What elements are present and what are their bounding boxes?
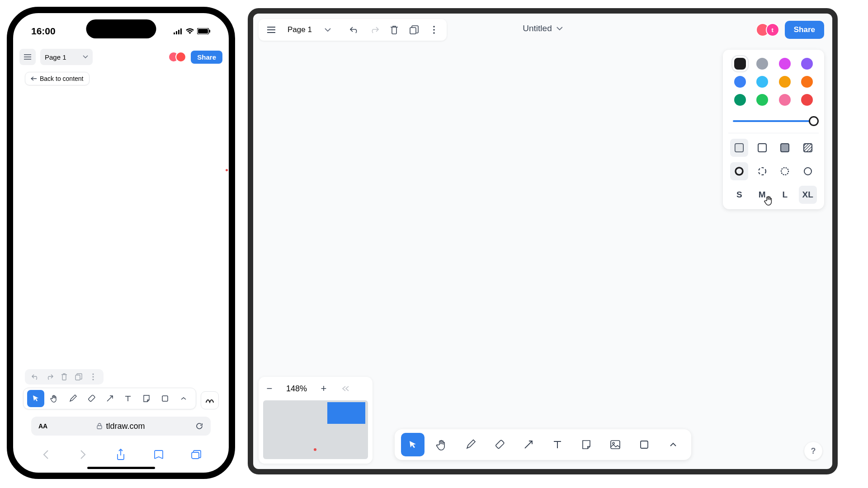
nav-share-button[interactable]	[114, 448, 127, 461]
page-selector[interactable]: Page 1	[40, 49, 93, 65]
duplicate-button[interactable]	[406, 22, 422, 38]
hover-cursor-icon	[764, 195, 774, 206]
color-orange[interactable]	[801, 76, 813, 88]
shape-tool[interactable]	[156, 390, 174, 407]
dash-draw[interactable]	[730, 162, 748, 180]
duplicate-button[interactable]	[75, 373, 83, 381]
presence-avatars[interactable]: t	[756, 23, 779, 37]
color-red[interactable]	[801, 94, 813, 106]
more-menu-button[interactable]	[426, 22, 442, 38]
svg-rect-13	[97, 426, 102, 429]
phone-mockup: 16:00 Page 1 Share	[7, 7, 235, 479]
dash-dotted[interactable]	[776, 162, 794, 180]
phone-tool-toolbar	[23, 388, 196, 409]
size-xl[interactable]: XL	[799, 186, 817, 204]
undo-button[interactable]	[31, 373, 39, 381]
zoom-in-button[interactable]: +	[313, 378, 335, 399]
minimap-collapse-button[interactable]	[335, 378, 356, 399]
text-size-button[interactable]: AA	[38, 422, 47, 430]
share-button[interactable]: Share	[191, 51, 222, 64]
color-palette	[728, 55, 819, 112]
note-tool[interactable]	[575, 433, 598, 456]
text-tool[interactable]	[546, 433, 569, 456]
more-tools-button[interactable]	[175, 390, 192, 407]
draw-tool[interactable]	[459, 433, 482, 456]
color-purple[interactable]	[801, 58, 813, 70]
opacity-slider[interactable]	[733, 120, 814, 122]
draw-tool[interactable]	[64, 390, 81, 407]
select-tool[interactable]	[27, 390, 44, 407]
phone-status-bar: 16:00	[13, 22, 229, 40]
battery-icon	[197, 28, 211, 34]
safari-address-bar[interactable]: AA tldraw.com	[31, 417, 211, 436]
top-right-controls: t Share	[756, 21, 824, 39]
size-s[interactable]: S	[730, 186, 748, 204]
color-teal[interactable]	[734, 94, 746, 106]
svg-point-8	[92, 373, 94, 375]
shape-tool[interactable]	[632, 433, 656, 456]
color-yellow[interactable]	[779, 76, 791, 88]
svg-rect-14	[192, 452, 199, 459]
nav-tabs-button[interactable]	[190, 448, 203, 461]
select-tool[interactable]	[401, 433, 425, 456]
hamburger-menu-button[interactable]	[263, 22, 279, 38]
asset-tool[interactable]	[604, 433, 627, 456]
color-green[interactable]	[756, 94, 768, 106]
back-to-content-button[interactable]: Back to content	[25, 72, 90, 85]
arrow-tool[interactable]	[101, 390, 118, 407]
share-button[interactable]: Share	[785, 21, 824, 39]
page-selector[interactable]: Page 1	[283, 22, 335, 38]
eraser-tool[interactable]	[488, 433, 511, 456]
svg-rect-1	[176, 31, 177, 34]
nav-forward-button[interactable]	[77, 448, 90, 461]
more-tools-button[interactable]	[661, 433, 685, 456]
delete-button[interactable]	[60, 373, 68, 381]
zoom-value[interactable]: 148%	[280, 384, 313, 394]
color-violet[interactable]	[779, 58, 791, 70]
nav-bookmarks-button[interactable]	[152, 448, 165, 461]
slider-handle[interactable]	[809, 116, 819, 126]
delete-button[interactable]	[386, 22, 402, 38]
redo-button[interactable]	[46, 373, 54, 381]
size-row: S M L XL	[728, 180, 819, 204]
phone-status-time: 16:00	[31, 26, 56, 37]
svg-rect-15	[410, 28, 416, 34]
minimap[interactable]	[263, 400, 368, 459]
fill-pattern[interactable]	[799, 139, 817, 157]
color-blue[interactable]	[734, 76, 746, 88]
ai-button[interactable]	[201, 391, 219, 409]
fill-none[interactable]	[730, 139, 748, 157]
note-tool[interactable]	[138, 390, 155, 407]
back-to-content-label: Back to content	[40, 75, 84, 82]
redo-button[interactable]	[366, 22, 382, 38]
page-label: Page 1	[288, 25, 312, 34]
text-tool[interactable]	[119, 390, 137, 407]
color-pink[interactable]	[779, 94, 791, 106]
arrow-tool[interactable]	[517, 433, 540, 456]
size-l[interactable]: L	[776, 186, 794, 204]
chevron-down-icon	[325, 28, 331, 32]
zoom-row: − 148% +	[259, 377, 373, 400]
fill-semi[interactable]	[753, 139, 771, 157]
more-menu-button[interactable]	[89, 373, 97, 381]
hand-tool[interactable]	[430, 433, 453, 456]
phone-presence-avatars[interactable]	[168, 52, 186, 62]
tool-toolbar	[395, 429, 691, 460]
hamburger-menu-button[interactable]	[19, 49, 36, 65]
dash-solid[interactable]	[799, 162, 817, 180]
zoom-out-button[interactable]: −	[259, 378, 280, 399]
color-grey[interactable]	[756, 58, 768, 70]
fill-solid[interactable]	[776, 139, 794, 157]
color-black[interactable]	[734, 58, 746, 70]
hand-tool[interactable]	[46, 390, 63, 407]
eraser-tool[interactable]	[83, 390, 100, 407]
help-button[interactable]: ?	[804, 442, 822, 460]
document-title[interactable]: Untitled	[523, 23, 562, 33]
arrow-left-icon	[31, 76, 37, 81]
svg-point-24	[736, 168, 743, 175]
nav-back-button[interactable]	[39, 448, 52, 461]
dash-dashed[interactable]	[753, 162, 771, 180]
reload-button[interactable]	[195, 422, 203, 430]
color-lightblue[interactable]	[756, 76, 768, 88]
undo-button[interactable]	[346, 22, 363, 38]
